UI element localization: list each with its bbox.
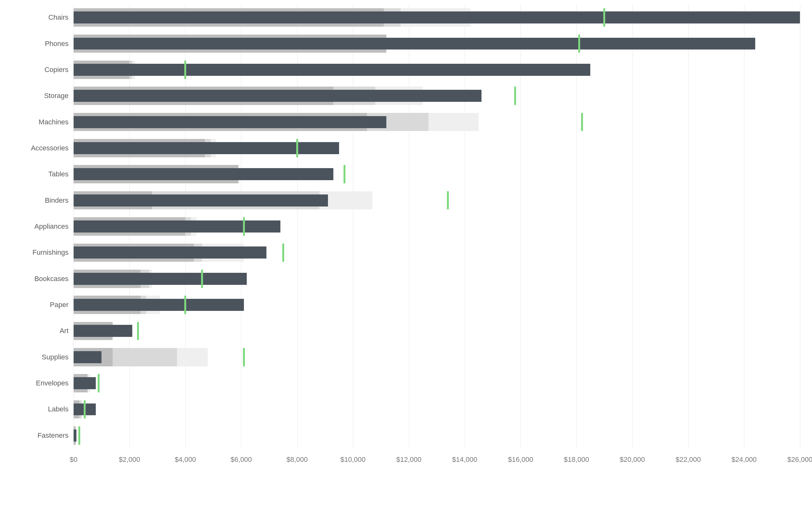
actual-bar	[73, 325, 132, 337]
target-mark	[201, 270, 203, 288]
actual-bar	[73, 116, 386, 128]
target-mark	[243, 348, 245, 366]
actual-bar	[73, 142, 339, 154]
target-mark	[184, 296, 186, 314]
x-tick-label: $26,000	[787, 456, 812, 464]
actual-bar	[73, 351, 102, 363]
target-mark	[447, 191, 449, 210]
actual-bar	[73, 11, 800, 23]
x-tick-label: $22,000	[676, 456, 701, 464]
bullet-row	[73, 396, 800, 422]
target-mark	[84, 400, 85, 419]
category-label: Binders	[45, 197, 68, 204]
target-mark	[243, 217, 245, 236]
category-label: Furnishings	[32, 249, 68, 256]
bullet-row	[73, 83, 800, 109]
actual-bar	[73, 299, 244, 311]
x-tick-label: $2,000	[119, 456, 140, 464]
category-label: Envelopes	[36, 380, 68, 387]
category-label: Bookcases	[34, 275, 68, 282]
target-mark	[581, 113, 583, 131]
x-tick-label: $18,000	[564, 456, 589, 464]
bullet-row	[73, 239, 800, 266]
actual-bar	[73, 168, 333, 180]
actual-bar	[73, 430, 76, 442]
bullet-row	[73, 161, 800, 187]
category-label: Storage	[44, 92, 68, 99]
actual-bar	[73, 377, 96, 389]
bullet-row	[73, 213, 800, 239]
x-tick-label: $8,000	[286, 456, 308, 464]
bullet-row	[73, 57, 800, 83]
bullet-chart: ChairsPhonesCopiersStorageMachinesAccess…	[0, 0, 812, 505]
target-mark	[78, 426, 80, 445]
target-mark	[344, 165, 346, 183]
target-mark	[184, 60, 186, 79]
x-tick-label: $14,000	[452, 456, 477, 464]
category-label: Machines	[39, 119, 68, 126]
x-tick-label: $24,000	[732, 456, 757, 464]
x-tick-label: $20,000	[620, 456, 645, 464]
actual-bar	[73, 246, 266, 259]
target-mark	[514, 87, 516, 105]
x-tick-label: $10,000	[340, 456, 366, 464]
target-mark	[98, 374, 99, 392]
bullet-row	[73, 135, 800, 161]
category-label: Paper	[50, 301, 68, 308]
x-tick-label: $4,000	[175, 456, 196, 464]
category-label: Tables	[48, 171, 68, 178]
x-tick-label: $16,000	[508, 456, 533, 464]
target-mark	[282, 243, 284, 262]
bullet-row	[73, 187, 800, 213]
actual-bar	[73, 90, 481, 102]
bullet-row	[73, 266, 800, 292]
category-label: Copiers	[44, 66, 68, 73]
bullet-row	[73, 344, 800, 370]
target-mark	[296, 139, 298, 157]
category-label: Fasteners	[37, 432, 68, 439]
actual-bar	[73, 38, 755, 50]
x-tick-label: $6,000	[231, 456, 252, 464]
actual-bar	[73, 64, 590, 76]
actual-bar	[73, 194, 328, 206]
category-label: Labels	[48, 406, 68, 413]
gridline	[800, 4, 800, 449]
category-label: Supplies	[42, 354, 68, 361]
x-tick-label: $0	[70, 456, 77, 464]
category-label: Accessories	[31, 145, 68, 152]
bullet-row	[73, 30, 800, 56]
bullet-row	[73, 109, 800, 135]
category-label: Appliances	[34, 223, 68, 230]
bullet-row	[73, 292, 800, 318]
bullet-row	[73, 318, 800, 344]
category-label: Art	[60, 327, 68, 334]
category-label: Chairs	[48, 14, 68, 21]
actual-bar	[73, 273, 247, 285]
category-label: Phones	[45, 40, 68, 47]
actual-bar	[73, 220, 280, 232]
target-mark	[603, 8, 605, 27]
bullet-row	[73, 423, 800, 449]
x-tick-label: $12,000	[396, 456, 422, 464]
target-mark	[578, 35, 580, 53]
plot-area	[73, 4, 800, 449]
target-mark	[137, 322, 139, 340]
bullet-row	[73, 370, 800, 396]
bullet-row	[73, 4, 800, 30]
